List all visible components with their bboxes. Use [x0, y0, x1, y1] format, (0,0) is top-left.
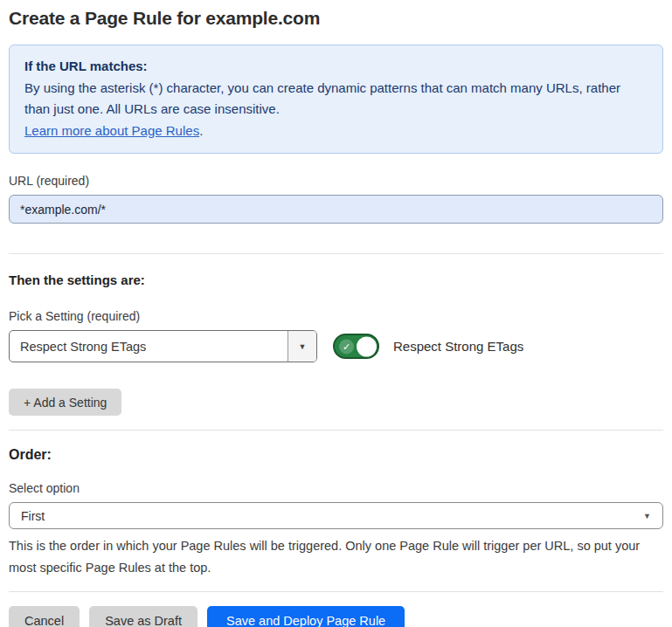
info-box-heading: If the URL matches:	[24, 56, 648, 78]
add-setting-button[interactable]: + Add a Setting	[9, 389, 121, 416]
order-select[interactable]: First ▼	[9, 502, 663, 529]
page-title: Create a Page Rule for example.com	[9, 8, 663, 29]
page-rule-form: Create a Page Rule for example.com If th…	[0, 0, 672, 627]
check-icon: ✓	[339, 339, 354, 354]
setting-row: Respect Strong ETags ▼ ✓ Respect Strong …	[9, 330, 663, 362]
caret-down-icon: ▼	[643, 512, 651, 520]
setting-dropdown-button[interactable]: ▼	[288, 331, 316, 362]
order-help-text: This is the order in which your Page Rul…	[9, 535, 660, 579]
settings-section-heading: Then the settings are:	[9, 272, 663, 288]
order-select-value: First	[21, 509, 45, 523]
setting-dropdown-value: Respect Strong ETags	[20, 340, 146, 354]
url-field-label: URL (required)	[9, 174, 663, 188]
footer-actions: Cancel Save as Draft Save and Deploy Pag…	[9, 592, 663, 627]
cancel-button[interactable]: Cancel	[9, 606, 80, 627]
url-match-info-box: If the URL matches: By using the asteris…	[9, 45, 663, 154]
info-box-body: By using the asterisk (*) character, you…	[24, 78, 648, 121]
order-select-label: Select option	[9, 481, 663, 495]
learn-more-link[interactable]: Learn more about Page Rules	[24, 123, 199, 138]
toggle-label: Respect Strong ETags	[393, 339, 523, 354]
save-and-deploy-button[interactable]: Save and Deploy Page Rule	[207, 606, 405, 627]
setting-dropdown[interactable]: Respect Strong ETags ▼	[9, 330, 317, 362]
divider-after-settings	[9, 430, 663, 431]
caret-down-icon: ▼	[299, 342, 307, 351]
order-section-heading: Order:	[9, 447, 663, 463]
setting-picker-label: Pick a Setting (required)	[9, 309, 663, 323]
etags-toggle[interactable]: ✓	[333, 334, 379, 359]
url-input[interactable]	[9, 195, 663, 224]
link-suffix: .	[199, 123, 203, 138]
toggle-knob	[357, 336, 377, 356]
info-box-link-row: Learn more about Page Rules.	[24, 121, 648, 142]
divider-after-url	[9, 253, 663, 254]
save-as-draft-button[interactable]: Save as Draft	[89, 606, 197, 627]
